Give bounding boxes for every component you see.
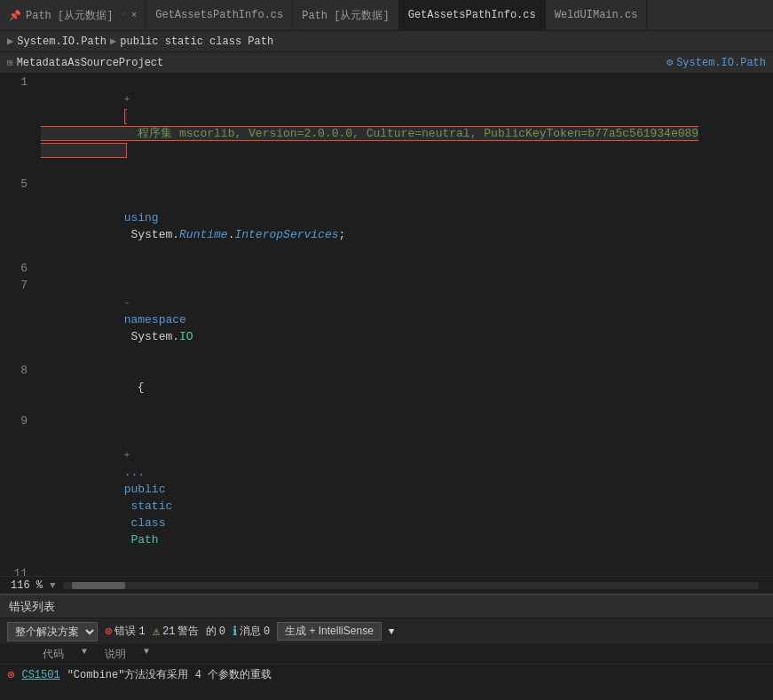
project-bar-left: ⊞ MetadataAsSourceProject [7, 57, 163, 69]
tab-label: Path [从元数据] [26, 8, 113, 23]
project-name[interactable]: MetadataAsSourceProject [17, 57, 164, 69]
table-row: 7 - namespace System.IO [1, 277, 773, 362]
error-row[interactable]: ⊗ CS1501 "Combine"方法没有采用 4 个参数的重载 [0, 665, 773, 685]
line-code [36, 260, 773, 277]
zoom-bar: 116 % ▼ [0, 576, 773, 594]
filter-dropdown[interactable]: 整个解决方案 [7, 622, 98, 641]
tab-label: GetAssetsPathInfo.cs [155, 9, 283, 21]
error-badge: ⊗ 错误 1 [105, 624, 146, 639]
zoom-level[interactable]: 116 % [7, 579, 46, 592]
message-badge: ℹ 消息 0 [233, 624, 270, 639]
tab-label: Path [从元数据] [302, 8, 389, 23]
error-icon: ⊗ [105, 624, 112, 639]
message-count: 0 [264, 625, 270, 638]
col-header-spacer [7, 647, 25, 662]
scrollbar-thumb[interactable] [72, 582, 125, 589]
project-grid-icon: ⊞ [7, 57, 13, 68]
message-label: 消息 [240, 624, 261, 639]
highlighted-comment: 程序集 mscorlib, Version=2.0.0.0, Culture=n… [41, 109, 698, 158]
gear-icon: ⚙ [667, 56, 673, 69]
warning-icon: ⚠ [153, 624, 160, 639]
project-bar-right: ⚙ System.IO.Path [667, 56, 766, 69]
expand-icon[interactable]: + [124, 450, 130, 460]
scrollbar-h[interactable] [63, 582, 759, 589]
table-row: 9 + ... public static class Path [1, 413, 773, 565]
error-label: 错误 [114, 624, 136, 639]
warning-count: 0 [219, 625, 225, 638]
table-row: 8 { [1, 362, 773, 413]
table-row: 11 { [1, 565, 773, 576]
tab-separator: · [120, 9, 126, 21]
tab-getassets-2[interactable]: GetAssetsPathInfo.cs [399, 0, 546, 30]
error-count: 1 [138, 625, 145, 638]
breadcrumb-bar: ▶ System.IO.Path ▶ public static class P… [0, 31, 773, 52]
warning-prefix: 21 [162, 625, 175, 638]
tab-close-1[interactable]: × [131, 10, 138, 20]
warning-badge: ⚠ 21 警告 的 0 [153, 624, 225, 639]
line-number: 11 [1, 565, 36, 576]
build-arrow[interactable]: ▼ [389, 626, 395, 637]
sort-icon: ▼ [82, 647, 87, 662]
expand-icon[interactable]: - [124, 297, 130, 308]
code-table: 1 + 程序集 mscorlib, Version=2.0.0.0, Cultu… [0, 74, 773, 576]
tab-path-metadata-2[interactable]: Path [从元数据] [293, 0, 398, 30]
breadcrumb-path1[interactable]: System.IO.Path [17, 35, 106, 48]
breadcrumb-path2[interactable]: public static class Path [120, 35, 273, 48]
tab-weldui[interactable]: WeldUIMain.cs [546, 0, 648, 30]
build-button[interactable]: 生成 + IntelliSense [277, 622, 382, 641]
line-code: { [36, 362, 773, 413]
table-row: 6 [1, 260, 773, 277]
line-number: 8 [1, 362, 36, 413]
line-number: 9 [1, 413, 36, 565]
project-path[interactable]: System.IO.Path [676, 57, 766, 69]
line-code: + 程序集 mscorlib, Version=2.0.0.0, Culture… [36, 74, 773, 176]
table-row: 5 using System.Runtime.InteropServices; [1, 176, 773, 260]
tab-getassets-1[interactable]: GetAssetsPathInfo.cs [146, 0, 293, 30]
zoom-expand[interactable]: ▼ [50, 580, 56, 591]
bottom-panel: 错误列表 整个解决方案 ⊗ 错误 1 ⚠ 21 警告 的 0 ℹ 消息 0 [0, 594, 773, 700]
line-code: + ... public static class Path [36, 413, 773, 565]
line-number: 1 [1, 74, 36, 176]
error-code[interactable]: CS1501 [21, 669, 59, 681]
panel-title[interactable]: 错误列表 [9, 599, 55, 615]
line-number: 6 [1, 260, 36, 277]
line-code: using System.Runtime.InteropServices; [36, 176, 773, 260]
tab-label: WeldUIMain.cs [555, 9, 638, 21]
line-code: { [36, 565, 773, 576]
line-number: 5 [1, 176, 36, 260]
line-number: 7 [1, 277, 36, 362]
sort-icon-2: ▼ [144, 647, 149, 662]
error-message: "Combine"方法没有采用 4 个参数的重载 [67, 667, 272, 682]
col-desc-header[interactable]: 说明 [105, 647, 126, 662]
tab-label: GetAssetsPathInfo.cs [408, 9, 536, 21]
breadcrumb-arrow: ▶ [110, 35, 116, 48]
warning-label: 警告 的 [177, 624, 216, 639]
panel-toolbar: 整个解决方案 ⊗ 错误 1 ⚠ 21 警告 的 0 ℹ 消息 0 生成 + In… [0, 618, 773, 645]
error-row-icon: ⊗ [7, 667, 14, 682]
panel-header: 错误列表 [0, 595, 773, 618]
table-row: 1 + 程序集 mscorlib, Version=2.0.0.0, Cultu… [1, 74, 773, 176]
project-bar: ⊞ MetadataAsSourceProject ⚙ System.IO.Pa… [0, 52, 773, 74]
panel-col-headers: 代码 ▼ 说明 ▼ [0, 645, 773, 665]
info-icon: ℹ [233, 624, 237, 639]
tab-path-metadata-1[interactable]: 📌 Path [从元数据] · × [0, 0, 146, 30]
tab-bar: 📌 Path [从元数据] · × GetAssetsPathInfo.cs P… [0, 0, 773, 31]
col-code-header[interactable]: 代码 [43, 647, 64, 662]
expand-icon[interactable]: + [124, 94, 130, 105]
pin-icon: 📌 [9, 10, 21, 21]
code-editor[interactable]: 1 + 程序集 mscorlib, Version=2.0.0.0, Cultu… [0, 74, 773, 576]
breadcrumb-arrow-left[interactable]: ▶ [7, 35, 13, 48]
line-code: - namespace System.IO [36, 277, 773, 362]
